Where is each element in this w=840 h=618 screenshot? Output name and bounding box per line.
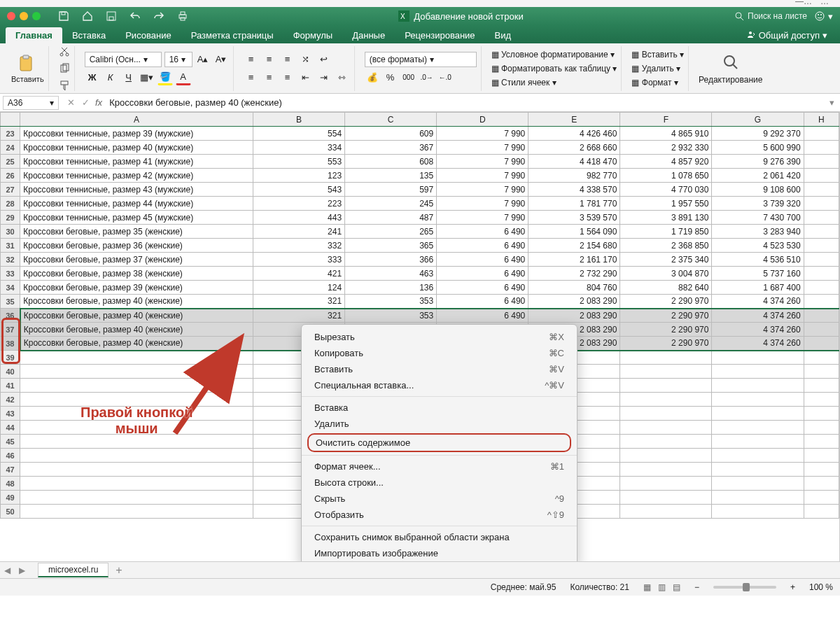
- row-header[interactable]: 46: [1, 449, 20, 463]
- cell[interactable]: [804, 239, 839, 253]
- col-header[interactable]: D: [437, 113, 528, 127]
- tab-nav-next[interactable]: ▶: [15, 566, 29, 575]
- cut-icon[interactable]: [59, 46, 70, 57]
- cell[interactable]: 2 375 340: [620, 253, 712, 267]
- cell[interactable]: [620, 393, 712, 407]
- cm-hide[interactable]: Скрыть^9: [302, 491, 577, 507]
- cell[interactable]: 265: [345, 225, 437, 239]
- row-header[interactable]: 43: [1, 407, 20, 421]
- row-header[interactable]: 40: [1, 365, 20, 379]
- cell[interactable]: 2 083 290: [528, 295, 620, 309]
- cell[interactable]: [804, 505, 839, 519]
- cell[interactable]: [804, 183, 839, 197]
- cell[interactable]: 353: [345, 295, 437, 309]
- cell[interactable]: 245: [345, 197, 437, 211]
- search-box[interactable]: Поиск на листе: [734, 10, 807, 22]
- cell[interactable]: 6 490: [437, 309, 528, 323]
- cell[interactable]: 3 891 130: [620, 211, 712, 225]
- cell[interactable]: 136: [345, 281, 437, 295]
- cell[interactable]: 2 732 290: [528, 267, 620, 281]
- cm-format-cells[interactable]: Формат ячеек...⌘1: [302, 458, 577, 475]
- cm-paste-special[interactable]: Специальная вставка...^⌘V: [302, 377, 577, 393]
- cell[interactable]: [804, 295, 839, 309]
- align-center-icon[interactable]: ≡: [262, 70, 277, 85]
- cell[interactable]: 1 719 850: [620, 225, 712, 239]
- add-sheet-button[interactable]: +: [108, 564, 129, 577]
- col-header[interactable]: [1, 113, 20, 127]
- cell[interactable]: [620, 351, 712, 365]
- cell[interactable]: 4 536 510: [712, 253, 804, 267]
- col-header[interactable]: B: [253, 113, 345, 127]
- sheet-tab[interactable]: microexcel.ru: [38, 563, 108, 577]
- cell[interactable]: [712, 491, 804, 505]
- cell[interactable]: [712, 505, 804, 519]
- cell[interactable]: [712, 421, 804, 435]
- maximize-window-button[interactable]: [32, 12, 41, 20]
- cell[interactable]: [712, 407, 804, 421]
- cell[interactable]: [804, 225, 839, 239]
- cell[interactable]: Кроссовки беговые, размер 37 (женские): [20, 253, 253, 267]
- cm-clear-contents[interactable]: Очистить содержимое: [307, 433, 571, 452]
- cell[interactable]: 4 770 030: [620, 183, 712, 197]
- cell[interactable]: 443: [253, 211, 345, 225]
- row-header[interactable]: 24: [1, 141, 20, 155]
- fx-icon[interactable]: fx: [95, 97, 102, 108]
- cm-insert[interactable]: Вставка: [302, 400, 577, 416]
- cell[interactable]: 4 857 920: [620, 155, 712, 169]
- cell[interactable]: 241: [253, 225, 345, 239]
- tab-вставка[interactable]: Вставка: [62, 27, 115, 43]
- row-header[interactable]: 27: [1, 183, 20, 197]
- col-header[interactable]: A: [20, 113, 253, 127]
- cell[interactable]: 608: [345, 155, 437, 169]
- cell[interactable]: [804, 407, 839, 421]
- cell[interactable]: 123: [253, 169, 345, 183]
- row-header[interactable]: 47: [1, 463, 20, 477]
- cell[interactable]: [620, 477, 712, 491]
- row-header[interactable]: 32: [1, 253, 20, 267]
- cell[interactable]: 609: [345, 127, 437, 141]
- name-box[interactable]: A36▾: [3, 96, 59, 110]
- row-header[interactable]: 44: [1, 421, 20, 435]
- dec-decimal-icon[interactable]: ←.0: [438, 70, 453, 85]
- cell[interactable]: [804, 379, 839, 393]
- cell[interactable]: [712, 463, 804, 477]
- cell[interactable]: Кроссовки теннисные, размер 41 (мужские): [20, 155, 253, 169]
- cm-cut[interactable]: Вырезать⌘X: [302, 329, 577, 345]
- cell[interactable]: 5 737 160: [712, 267, 804, 281]
- cell[interactable]: [712, 393, 804, 407]
- cell[interactable]: 1 078 650: [620, 169, 712, 183]
- cell[interactable]: 2 154 680: [528, 239, 620, 253]
- cell[interactable]: 982 770: [528, 169, 620, 183]
- row-header[interactable]: 35: [1, 295, 20, 309]
- cell[interactable]: 367: [345, 141, 437, 155]
- cell[interactable]: 2 161 170: [528, 253, 620, 267]
- cell[interactable]: [804, 309, 839, 323]
- cell[interactable]: [804, 281, 839, 295]
- col-header[interactable]: H: [804, 113, 839, 127]
- cell[interactable]: 2 668 660: [528, 141, 620, 155]
- enter-formula-icon[interactable]: ✓: [82, 97, 90, 108]
- save-as-icon[interactable]: [106, 10, 117, 22]
- zoom-slider[interactable]: [713, 586, 776, 589]
- cell[interactable]: [804, 463, 839, 477]
- row-header[interactable]: 50: [1, 505, 20, 519]
- cell[interactable]: [620, 435, 712, 449]
- normal-view-icon[interactable]: ▦: [643, 582, 651, 592]
- cell[interactable]: 487: [345, 211, 437, 225]
- cell[interactable]: 2 290 970: [620, 337, 712, 351]
- fill-color-button[interactable]: 🪣: [158, 70, 173, 85]
- cm-row-height[interactable]: Высота строки...: [302, 475, 577, 491]
- cell[interactable]: 3 539 570: [528, 211, 620, 225]
- italic-button[interactable]: К: [103, 70, 118, 85]
- cell[interactable]: 333: [253, 253, 345, 267]
- copy-icon[interactable]: [59, 63, 70, 74]
- currency-icon[interactable]: 💰: [365, 70, 380, 85]
- row-header[interactable]: 31: [1, 239, 20, 253]
- cm-copy[interactable]: Копировать⌘C: [302, 345, 577, 361]
- cell[interactable]: [712, 379, 804, 393]
- bold-button[interactable]: Ж: [85, 70, 100, 85]
- cell[interactable]: 135: [345, 169, 437, 183]
- wrap-text-icon[interactable]: ↩: [316, 52, 332, 67]
- row-header[interactable]: 49: [1, 491, 20, 505]
- cell[interactable]: Кроссовки беговые, размер 40 (женские): [20, 295, 253, 309]
